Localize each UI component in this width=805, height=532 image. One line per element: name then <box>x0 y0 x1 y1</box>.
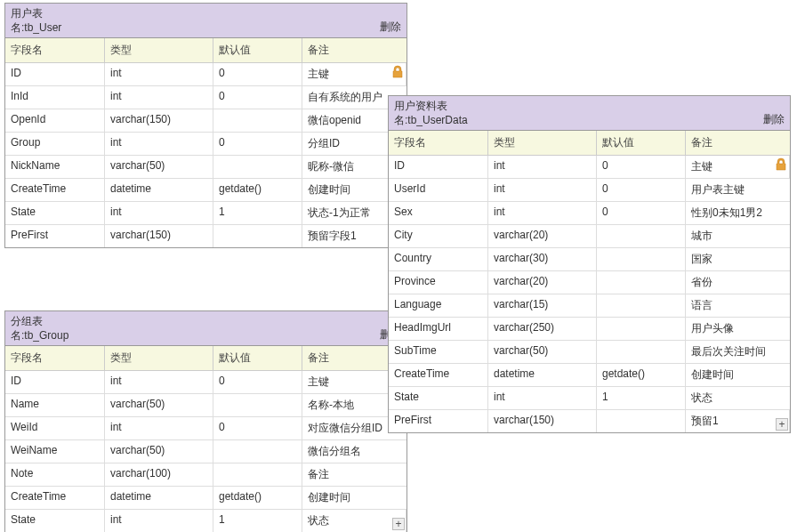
cell-note: 国家 <box>686 248 790 270</box>
cell-field: Name <box>5 394 105 416</box>
table-row[interactable]: IDint0主键 <box>389 156 790 179</box>
panel-header[interactable]: 分组表名:tb_Group删除 <box>5 311 407 346</box>
table-panel-user[interactable]: 用户表名:tb_User删除字段名类型默认值备注IDint0主键InIdint0… <box>4 3 407 248</box>
table-row[interactable]: NickNamevarchar(50)昵称-微信 <box>5 156 407 179</box>
table-row[interactable]: Countryvarchar(30)国家 <box>389 248 790 271</box>
header-type: 类型 <box>105 38 213 62</box>
cell-field: SubTime <box>389 341 488 363</box>
table-row[interactable]: Sexint0性别0未知1男2 <box>389 202 790 225</box>
table-row[interactable]: WeiIdint0对应微信分组ID <box>5 417 407 440</box>
cell-default: 1 <box>213 202 302 224</box>
cell-field: State <box>5 202 105 224</box>
cell-type: varchar(50) <box>105 156 213 178</box>
panel-table-name: 名:tb_User <box>5 20 407 37</box>
cell-note: 最后次关注时间 <box>686 341 790 363</box>
table-row[interactable]: CreateTimedatetimegetdate()创建时间 <box>5 179 407 202</box>
cell-type: int <box>105 133 213 155</box>
cell-note: 语言 <box>686 294 790 317</box>
panel-header[interactable]: 用户表名:tb_User删除 <box>5 4 407 38</box>
table-row[interactable]: Notevarchar(100)备注 <box>5 463 407 487</box>
table-row[interactable]: CreateTimedatetimegetdate()创建时间 <box>5 487 407 510</box>
cell-field: CreateTime <box>389 364 488 386</box>
cell-note: 创建时间 <box>686 364 790 386</box>
table-row[interactable]: UserIdint0用户表主键 <box>389 179 790 202</box>
cell-default: getdate() <box>213 179 302 201</box>
cell-field: Group <box>5 133 105 155</box>
cell-field: PreFirst <box>5 225 105 247</box>
table-row[interactable]: WeiNamevarchar(50)微信分组名 <box>5 440 407 463</box>
cell-default: 0 <box>597 202 686 224</box>
table-row[interactable]: InIdint0自有系统的用户 <box>5 86 407 109</box>
column-header-row: 字段名类型默认值备注 <box>5 346 407 371</box>
header-type: 类型 <box>488 131 597 155</box>
cell-type: varchar(50) <box>105 394 213 416</box>
table-row[interactable]: PreFirstvarchar(150)预留字段1+ <box>5 225 407 247</box>
table-panel-userdata[interactable]: 用户资料表名:tb_UserData删除字段名类型默认值备注IDint0主键Us… <box>388 95 791 433</box>
table-row[interactable]: OpenIdvarchar(150)微信openid <box>5 109 407 133</box>
cell-default <box>213 225 302 247</box>
cell-type: varchar(20) <box>488 225 597 247</box>
cell-default <box>597 225 686 247</box>
cell-note: 微信分组名 <box>302 440 407 463</box>
table-row[interactable]: HeadImgUrlvarchar(250)用户头像 <box>389 318 790 341</box>
cell-default <box>597 271 686 294</box>
cell-default: 0 <box>213 63 302 85</box>
cell-type: int <box>105 63 213 85</box>
cell-note: 省份 <box>686 271 790 294</box>
table-row[interactable]: Groupint0分组ID <box>5 133 407 156</box>
add-row-button[interactable]: + <box>392 518 405 530</box>
table-row[interactable]: Namevarchar(50)名称-本地 <box>5 394 407 417</box>
cell-type: datetime <box>488 364 597 386</box>
table-row[interactable]: Stateint1状态-1为正常 <box>5 202 407 225</box>
cell-default <box>597 318 686 340</box>
cell-type: varchar(100) <box>105 463 213 486</box>
table-panel-group[interactable]: 分组表名:tb_Group删除字段名类型默认值备注IDint0主键Namevar… <box>4 310 407 532</box>
cell-field: PreFirst <box>389 410 488 432</box>
table-row[interactable]: Cityvarchar(20)城市 <box>389 225 790 248</box>
delete-button[interactable]: 删除 <box>763 112 785 127</box>
header-field: 字段名 <box>5 38 105 62</box>
cell-field: ID <box>5 63 105 85</box>
cell-field: NickName <box>5 156 105 178</box>
cell-type: varchar(50) <box>488 341 597 363</box>
table-row[interactable]: Provincevarchar(20)省份 <box>389 271 790 294</box>
panel-header[interactable]: 用户资料表名:tb_UserData删除 <box>389 96 790 131</box>
cell-field: CreateTime <box>5 487 105 509</box>
cell-type: varchar(20) <box>488 271 597 294</box>
lock-icon <box>390 65 405 79</box>
cell-field: WeiName <box>5 440 105 463</box>
cell-type: varchar(50) <box>105 440 213 463</box>
table-row[interactable]: IDint0主键 <box>5 63 407 86</box>
header-default: 默认值 <box>213 38 302 62</box>
delete-button[interactable]: 删除 <box>380 20 401 35</box>
cell-type: varchar(15) <box>488 294 597 317</box>
table-row[interactable]: PreFirstvarchar(150)预留1+ <box>389 410 790 432</box>
cell-note: 预留1 <box>686 410 790 432</box>
cell-note: 城市 <box>686 225 790 247</box>
cell-note: 用户表主键 <box>686 179 790 201</box>
cell-type: int <box>105 202 213 224</box>
header-field: 字段名 <box>5 346 105 370</box>
cell-field: ID <box>389 156 488 178</box>
cell-field: Note <box>5 463 105 486</box>
cell-type: int <box>105 86 213 109</box>
table-row[interactable]: CreateTimedatetimegetdate()创建时间 <box>389 364 790 387</box>
header-note: 备注 <box>686 131 790 155</box>
table-row[interactable]: IDint0主键 <box>5 371 407 394</box>
panel-title: 用户资料表 <box>389 96 790 113</box>
table-body: IDint0主键UserIdint0用户表主键Sexint0性别0未知1男2Ci… <box>389 156 790 432</box>
cell-default <box>597 248 686 270</box>
cell-default: 0 <box>213 371 302 393</box>
panel-title: 用户表 <box>5 4 407 20</box>
table-row[interactable]: SubTimevarchar(50)最后次关注时间 <box>389 341 790 364</box>
cell-default: getdate() <box>597 364 686 386</box>
cell-note: 备注 <box>302 463 407 486</box>
cell-field: OpenId <box>5 109 105 132</box>
cell-default: 0 <box>597 179 686 201</box>
add-row-button[interactable]: + <box>776 418 788 431</box>
table-row[interactable]: Languagevarchar(15)语言 <box>389 294 790 318</box>
table-row[interactable]: Stateint1状态 <box>389 387 790 410</box>
cell-default <box>213 156 302 178</box>
table-row[interactable]: Stateint1状态+ <box>5 510 407 532</box>
cell-default: 1 <box>213 510 302 532</box>
